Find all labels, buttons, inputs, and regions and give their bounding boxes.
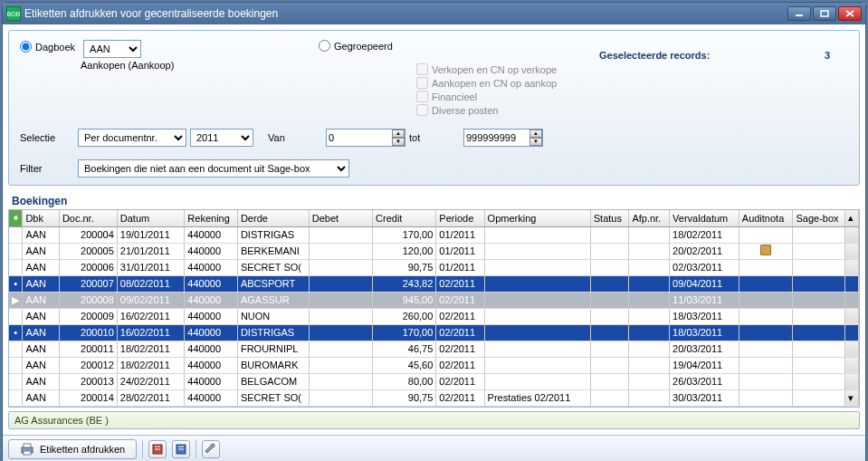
table-row[interactable]: AAN20000521/01/2011440000BERKEMANI120,00… — [9, 243, 859, 259]
close-button[interactable] — [838, 6, 862, 21]
cell-sagebox — [793, 275, 845, 292]
col-derde[interactable]: Derde — [237, 210, 309, 226]
cell-derde: ABCSPORT — [237, 275, 309, 292]
cell-vervaldatum: 20/02/2011 — [670, 243, 739, 259]
cell-auditnota — [739, 389, 793, 406]
spin-down-icon[interactable]: ▼ — [392, 138, 405, 146]
col-sagebox[interactable]: Sage-box — [793, 210, 845, 226]
cell-debet — [309, 324, 372, 341]
col-periode[interactable]: Periode — [436, 210, 484, 226]
filter-label: Filter — [20, 163, 72, 174]
settings-button[interactable] — [202, 440, 220, 458]
cell-periode: 02/2011 — [436, 389, 484, 406]
cell-debet — [309, 275, 372, 292]
table-row[interactable]: •AAN20001016/02/2011440000DISTRIGAS170,0… — [9, 324, 859, 341]
spin-up-icon[interactable]: ▲ — [529, 130, 542, 138]
scrollbar-track[interactable] — [844, 259, 858, 275]
scrollbar-track[interactable] — [844, 243, 858, 259]
row-marker — [9, 226, 23, 243]
blue-book-button[interactable] — [172, 440, 190, 458]
cell-auditnota — [739, 341, 793, 357]
table-row[interactable]: AAN20000419/01/2011440000DISTRIGAS170,00… — [9, 226, 859, 243]
cell-debet — [309, 226, 372, 243]
check-financieel[interactable]: Financieel — [416, 91, 599, 102]
table-row[interactable]: AAN20000916/02/2011440000NUON260,0002/20… — [9, 308, 859, 324]
col-datum[interactable]: Datum — [117, 210, 185, 226]
scroll-down-icon[interactable]: ▾ — [844, 389, 858, 406]
table-row[interactable]: ▶AAN20000809/02/2011440000AGASSUR945,000… — [9, 292, 859, 308]
dagboek-radio-label[interactable]: Dagboek — [20, 41, 75, 53]
cell-datum: 19/01/2011 — [117, 226, 185, 243]
col-afpnr[interactable]: Afp.nr. — [629, 210, 670, 226]
cell-periode: 02/2011 — [436, 373, 484, 389]
scroll-up-icon[interactable]: ▴ — [844, 210, 858, 226]
check-aankopen[interactable]: Aankopen en CN op aankop — [416, 77, 599, 89]
cell-rekening: 440000 — [185, 226, 238, 243]
cell-opmerking — [484, 275, 590, 292]
cell-debet — [309, 243, 372, 259]
cell-vervaldatum: 02/03/2011 — [670, 259, 739, 275]
scrollbar-track[interactable] — [844, 308, 858, 324]
row-marker: ▶ — [9, 292, 23, 308]
table-row[interactable]: AAN20001428/02/2011440000SECRET SO(90,75… — [9, 389, 859, 406]
cell-credit: 90,75 — [373, 259, 436, 275]
cell-periode: 02/2011 — [436, 275, 484, 292]
cell-derde: AGASSUR — [237, 292, 309, 308]
cell-vervaldatum: 11/03/2011 — [670, 292, 739, 308]
van-spinner[interactable]: ▲▼ — [392, 130, 405, 146]
boekingen-grid[interactable]: ➧ Dbk Doc.nr. Datum Rekening Derde Debet… — [8, 209, 860, 408]
cell-datum: 21/01/2011 — [117, 243, 185, 259]
table-row[interactable]: •AAN20000708/02/2011440000ABCSPORT243,82… — [9, 275, 859, 292]
check-diverse[interactable]: Diverse posten — [416, 104, 599, 116]
gegroepeerd-radio-label[interactable]: Gegroepeerd — [319, 40, 393, 52]
scrollbar-track[interactable] — [844, 357, 858, 373]
spin-up-icon[interactable]: ▲ — [392, 130, 405, 138]
table-row[interactable]: AAN20001324/02/2011440000BELGACOM80,0002… — [9, 373, 859, 389]
cell-afpnr — [629, 357, 670, 373]
cell-sagebox — [793, 341, 845, 357]
selectie-per-select[interactable]: Per documentnr. — [78, 129, 186, 147]
col-status[interactable]: Status — [590, 210, 629, 226]
col-docnr[interactable]: Doc.nr. — [59, 210, 117, 226]
scrollbar-track[interactable] — [844, 373, 858, 389]
col-rekening[interactable]: Rekening — [185, 210, 238, 226]
dagboek-select[interactable]: AAN — [83, 40, 141, 58]
col-dbk[interactable]: Dbk — [23, 210, 59, 226]
scrollbar-track[interactable] — [844, 341, 858, 357]
scrollbar-track[interactable] — [844, 275, 858, 292]
dagboek-radio[interactable] — [20, 41, 32, 53]
selectie-year-select[interactable]: 2011 — [190, 129, 253, 147]
col-vervaldatum[interactable]: Vervaldatum — [670, 210, 739, 226]
cell-docnr: 200010 — [59, 324, 117, 341]
col-auditnota[interactable]: Auditnota — [739, 210, 793, 226]
cell-opmerking — [484, 243, 590, 259]
tot-spinner[interactable]: ▲▼ — [529, 130, 542, 146]
window-title: Etiketten afdrukken voor gecentraliseerd… — [24, 7, 787, 20]
minimize-button[interactable] — [787, 6, 811, 21]
spin-down-icon[interactable]: ▼ — [529, 138, 542, 146]
table-row[interactable]: AAN20000631/01/2011440000SECRET SO(90,75… — [9, 259, 859, 275]
scrollbar-track[interactable] — [844, 226, 858, 243]
red-book-button[interactable] — [148, 440, 167, 458]
window: BOB Etiketten afdrukken voor gecentralis… — [2, 2, 866, 461]
cell-vervaldatum: 19/04/2011 — [670, 357, 739, 373]
table-row[interactable]: AAN20001218/02/2011440000BUROMARK45,6002… — [9, 357, 859, 373]
cell-periode: 01/2011 — [436, 259, 484, 275]
cell-derde: DISTRIGAS — [237, 324, 309, 341]
cell-dbk: AAN — [23, 243, 59, 259]
col-debet[interactable]: Debet — [309, 210, 372, 226]
col-credit[interactable]: Credit — [373, 210, 436, 226]
cell-vervaldatum: 20/03/2011 — [670, 341, 739, 357]
col-opmerking[interactable]: Opmerking — [484, 210, 590, 226]
table-row[interactable]: AAN20001118/02/2011440000FROURNIPL46,750… — [9, 341, 859, 357]
maximize-button[interactable] — [813, 6, 836, 21]
book-icon — [175, 443, 187, 456]
cell-debet — [309, 308, 372, 324]
scrollbar-track[interactable] — [844, 324, 858, 341]
gegroepeerd-radio[interactable] — [319, 40, 330, 52]
check-verkopen[interactable]: Verkopen en CN op verkope — [416, 63, 599, 75]
note-icon — [760, 245, 771, 255]
filter-select[interactable]: Boekingen die niet aan een document uit … — [78, 159, 349, 178]
scrollbar-track[interactable] — [844, 292, 858, 308]
print-labels-button[interactable]: Etiketten afdrukken — [8, 439, 137, 459]
